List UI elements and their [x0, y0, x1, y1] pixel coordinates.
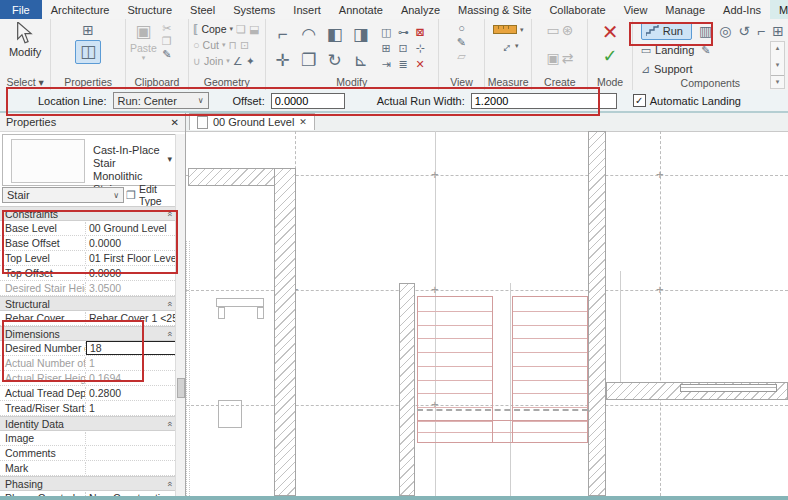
- extend-multiple-icon[interactable]: ≣: [399, 58, 408, 70]
- copy-element-icon[interactable]: ❐: [301, 51, 316, 71]
- property-value[interactable]: 1: [86, 357, 177, 369]
- collapse-chevron-icon[interactable]: «: [164, 481, 174, 486]
- unpin-icon[interactable]: ⊠: [416, 26, 425, 38]
- align-icon[interactable]: ⌐: [278, 25, 288, 45]
- beam-join-icon[interactable]: ⬓: [249, 23, 259, 35]
- view-tab-ground-level[interactable]: 00 Ground Level ✕: [189, 113, 315, 130]
- tab-view[interactable]: View: [615, 0, 657, 19]
- close-icon[interactable]: ✕: [171, 117, 179, 128]
- scroll-bottom-icon[interactable]: ▾: [771, 75, 784, 88]
- tab-collaborate[interactable]: Collaborate: [540, 0, 614, 19]
- trim-extend-icon[interactable]: ⊾: [354, 51, 368, 71]
- measure-between-icon[interactable]: ↔: [494, 35, 515, 56]
- property-value[interactable]: 0.1694: [86, 372, 177, 384]
- element-filter-select[interactable]: Stair ∨: [2, 187, 124, 203]
- panel-label-select[interactable]: Select ▾: [0, 76, 50, 90]
- cut-icon[interactable]: ✂: [162, 22, 172, 34]
- move-icon[interactable]: ✛: [276, 51, 290, 71]
- property-row-top-level[interactable]: Top Level01 First Floor Level: [0, 251, 177, 266]
- scroll-down-icon[interactable]: ▾: [776, 59, 780, 71]
- section-header-constraints[interactable]: Constraints«: [0, 206, 177, 221]
- property-row-base-offset[interactable]: Base Offset0.0000: [0, 236, 177, 251]
- property-row-actual-number-of[interactable]: Actual Number of ...1: [0, 356, 177, 371]
- scrollbar-thumb[interactable]: [177, 378, 185, 398]
- components-scrollbar[interactable]: ▴ ▾ ▾: [770, 41, 785, 89]
- wall-join-icon[interactable]: ❏: [236, 23, 246, 35]
- delete-icon[interactable]: ✕: [416, 58, 425, 70]
- cancel-stair-icon[interactable]: ✕: [602, 22, 619, 42]
- tab-structure[interactable]: Structure: [118, 0, 181, 19]
- property-value[interactable]: 18: [86, 341, 185, 355]
- create-group-icon[interactable]: ▭: [546, 22, 559, 38]
- copy-icon[interactable]: ❐: [162, 35, 172, 47]
- property-row-comments[interactable]: Comments: [0, 446, 177, 461]
- finish-stair-icon[interactable]: ✓: [603, 46, 618, 66]
- join-geometry-button[interactable]: ∪ Join ▾ ∠ ✦: [193, 53, 255, 68]
- offset-input[interactable]: [271, 93, 345, 109]
- override-graphics-icon[interactable]: ✎: [457, 36, 466, 48]
- property-value[interactable]: 00 Ground Level: [86, 222, 177, 234]
- wall[interactable]: [588, 131, 606, 496]
- support-button[interactable]: ⊿ Support: [641, 63, 693, 75]
- split-with-gap-icon[interactable]: ⊶: [398, 26, 409, 38]
- demolish-icon[interactable]: ✦: [246, 55, 255, 67]
- create-parts-icon[interactable]: ⇄: [562, 50, 574, 66]
- tab-add-ins[interactable]: Add-Ins: [714, 0, 770, 19]
- collapse-chevron-icon[interactable]: «: [164, 331, 174, 336]
- section-header-dimensions[interactable]: Dimensions«: [0, 326, 177, 341]
- tab-steel[interactable]: Steel: [181, 0, 224, 19]
- stair-run-right[interactable]: [512, 296, 588, 420]
- full-step-spiral-icon[interactable]: ◎: [719, 23, 731, 39]
- hide-elements-icon[interactable]: ▱: [457, 50, 465, 62]
- scale-icon[interactable]: ⊡: [399, 42, 408, 54]
- match-type-icon[interactable]: ✎: [162, 48, 172, 60]
- angle-icon[interactable]: ∠: [233, 55, 243, 67]
- scroll-up-icon[interactable]: ▴: [776, 42, 780, 54]
- split-element-icon[interactable]: ◫: [381, 26, 391, 38]
- property-value[interactable]: Rebar Cover 1 <25 ...: [86, 312, 177, 324]
- tab-massing-site[interactable]: Massing & Site: [449, 0, 540, 19]
- property-value[interactable]: 01 First Floor Level: [86, 252, 177, 264]
- window[interactable]: [680, 384, 777, 392]
- tab-systems[interactable]: Systems: [224, 0, 284, 19]
- property-value[interactable]: 0.2800: [86, 387, 177, 399]
- tab-manage[interactable]: Manage: [656, 0, 714, 19]
- offset-icon[interactable]: ◠: [301, 25, 316, 45]
- create-similar-icon[interactable]: ⊛: [562, 22, 574, 38]
- properties-scrollbar[interactable]: [175, 134, 185, 496]
- section-header-identity-data[interactable]: Identity Data«: [0, 416, 177, 431]
- edit-type-button[interactable]: ❐ Edit Type: [126, 187, 182, 203]
- trim-multiple-icon[interactable]: ⇥: [382, 58, 391, 70]
- property-value[interactable]: 3.0500: [86, 282, 177, 294]
- run-button[interactable]: Run: [641, 22, 692, 40]
- property-row-base-level[interactable]: Base Level00 Ground Level: [0, 221, 177, 236]
- tab-analyze[interactable]: Analyze: [392, 0, 449, 19]
- mirror-draw-axis-icon[interactable]: ◨: [353, 25, 369, 45]
- property-row-top-offset[interactable]: Top Offset0.0000: [0, 266, 177, 281]
- location-line-select[interactable]: Run: Center ∨: [113, 92, 209, 109]
- property-row-actual-riser-height[interactable]: Actual Riser Height0.1694: [0, 371, 177, 386]
- automatic-landing-checkbox[interactable]: ✓: [633, 94, 646, 107]
- actual-run-width-input[interactable]: [471, 93, 617, 109]
- tab-modify-create-stair[interactable]: Modify | Create Stair: [770, 0, 788, 19]
- property-row-desired-stair-height[interactable]: Desired Stair Height3.0500: [0, 281, 177, 296]
- stair-landing[interactable]: [417, 420, 588, 443]
- tab-insert[interactable]: Insert: [284, 0, 330, 19]
- fixture[interactable]: [218, 400, 242, 428]
- property-row-mark[interactable]: Mark: [0, 461, 177, 476]
- close-icon[interactable]: ✕: [299, 117, 307, 127]
- sketch-icon[interactable]: ✎: [701, 44, 710, 56]
- mirror-pick-axis-icon[interactable]: ◧: [327, 25, 343, 45]
- type-properties-icon[interactable]: ⊞: [82, 22, 94, 38]
- collapse-chevron-icon[interactable]: «: [164, 421, 174, 426]
- section-header-structural[interactable]: Structural«: [0, 296, 177, 311]
- property-row-tread-riser-start[interactable]: Tread/Riser Start ...1: [0, 401, 177, 416]
- wall[interactable]: [399, 283, 415, 496]
- property-value[interactable]: 1: [86, 402, 177, 414]
- rotate-icon[interactable]: ↻: [328, 51, 342, 71]
- paste-button[interactable]: ▣ Paste ▾: [130, 22, 157, 62]
- property-row-desired-number-o[interactable]: Desired Number o...18: [0, 341, 177, 356]
- cope-button[interactable]: ⟦ Cope ▾ ❏ ⬓: [193, 21, 259, 36]
- wall[interactable]: [274, 168, 296, 496]
- measure-ruler-icon[interactable]: [493, 25, 517, 34]
